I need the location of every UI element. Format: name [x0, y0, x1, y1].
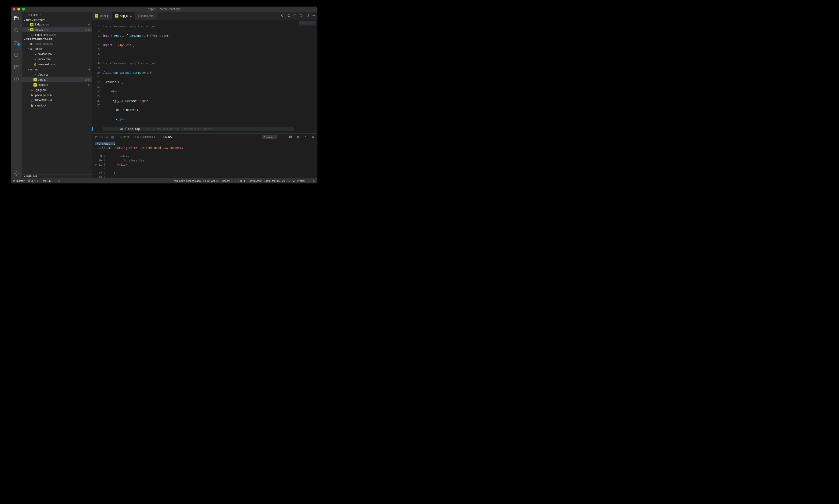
prettier-status[interactable]: Prettier [297, 179, 305, 182]
notifications-icon[interactable] [313, 179, 316, 182]
panel-tabs: PROBLEMS 3 OUTPUT DEBUG CONSOLE TERMINAL… [92, 133, 318, 141]
js-icon: JS [34, 83, 37, 87]
svg-rect-7 [15, 67, 16, 69]
file-manifest[interactable]: {} manifest.json [22, 62, 92, 67]
split-editor-icon[interactable] [305, 14, 309, 18]
git-icon: ◆ [30, 88, 34, 92]
json-icon: {} [33, 62, 37, 66]
extensions-icon[interactable] [11, 62, 22, 72]
feedback-icon[interactable] [308, 179, 310, 182]
file-yarn-lock[interactable]: 🔒 yarn.lock [22, 103, 92, 108]
file-gitignore[interactable]: ◆ .gitignore [22, 88, 92, 93]
open-editor-item[interactable]: ◈ index.html public [22, 32, 92, 37]
svg-point-13 [313, 15, 314, 16]
svg-rect-5 [15, 65, 16, 67]
file-index-js[interactable]: JS index.js M [22, 83, 92, 88]
terminal-select[interactable]: 1: node [263, 135, 277, 139]
editor-group: JS index.js JS App.js ● ◈ index.html [92, 12, 318, 178]
terminal-output[interactable]: ./src/App.js Line 11: Parsing error: Unt… [92, 141, 318, 178]
svg-point-1 [15, 41, 15, 42]
error-icon: ✕ [28, 179, 31, 182]
file-favicon[interactable]: ★ favicon.ico [22, 52, 92, 57]
folder-node-modules[interactable]: ▸ 🖿 node_modules [22, 41, 92, 46]
file-readme[interactable]: ⓘ README.md [22, 98, 92, 103]
tab-index-html[interactable]: ◈ index.html [135, 12, 157, 20]
open-editor-item[interactable]: JS index.js src M [22, 22, 92, 27]
lock-icon: 🔒 [30, 104, 34, 107]
problems-status[interactable]: ✕ 3 ⚠ 0 [28, 179, 38, 182]
bottom-panel: PROBLEMS 3 OUTPUT DEBUG CONSOLE TERMINAL… [92, 133, 318, 178]
chevron-down-icon: ▾ [24, 19, 25, 21]
gitlens-revision-icon[interactable] [293, 14, 297, 18]
file-app-css[interactable]: # App.css [22, 72, 92, 77]
indentation[interactable]: Spaces: 2 [221, 179, 232, 182]
js-icon: JS [30, 23, 34, 26]
chevron-down-icon: ▾ [27, 68, 30, 71]
close-window-button[interactable] [13, 8, 15, 11]
tab-app-js[interactable]: JS App.js ● [112, 12, 135, 20]
js-icon: JS [34, 78, 37, 82]
tab-dirty-close-icon[interactable]: ● [130, 14, 132, 18]
open-changes-icon[interactable] [299, 14, 303, 18]
svg-point-9 [16, 173, 17, 174]
open-editor-item[interactable]: ✕ JS App.js src 3, M [22, 27, 92, 32]
chevron-right-icon: ▸ [24, 175, 25, 178]
scm-badge: 6 [17, 43, 21, 46]
settings-gear-icon[interactable] [11, 169, 22, 178]
tab-output[interactable]: OUTPUT [119, 136, 129, 139]
svg-point-16 [13, 180, 14, 180]
new-terminal-icon[interactable] [281, 135, 285, 139]
tab-index-js[interactable]: JS index.js [92, 12, 112, 20]
encoding[interactable]: UTF-8 [235, 179, 242, 182]
split-terminal-icon[interactable] [289, 135, 292, 139]
search-icon[interactable] [11, 26, 22, 35]
debug-icon[interactable] [11, 50, 22, 59]
cursor-position[interactable]: Ln 10, Col 20 [203, 179, 218, 182]
svg-point-20 [171, 181, 171, 181]
kill-terminal-icon[interactable] [296, 135, 300, 139]
tab-problems[interactable]: PROBLEMS 3 [95, 136, 114, 139]
source-control-icon[interactable]: 6 [11, 38, 22, 47]
maximize-window-button[interactable] [22, 8, 25, 11]
file-app-js[interactable]: JS App.js 3, M [22, 77, 92, 83]
codelens[interactable]: You, a few seconds ago | 1 author (You) [103, 24, 294, 29]
activity-bar: 6 [11, 12, 22, 178]
svg-point-2 [15, 43, 15, 44]
file-index-html[interactable]: ◈ index.html [22, 57, 92, 62]
gitlens-icon[interactable] [11, 74, 22, 84]
explorer-icon[interactable] [11, 14, 22, 23]
file-package-json[interactable]: ⬢ package.json [22, 93, 92, 98]
gitlens-toggle-icon[interactable] [287, 14, 291, 18]
titlebar[interactable]: App.js — create-react-app [11, 6, 318, 12]
minimap[interactable] [294, 20, 318, 133]
code-content[interactable]: You, a few seconds ago | 1 author (You) … [103, 20, 294, 133]
code-editor[interactable]: 123 4567891011121314151617 You, a few se… [92, 20, 318, 133]
star-icon: ★ [33, 52, 37, 56]
close-panel-icon[interactable] [311, 135, 315, 139]
info-icon: ⓘ [30, 98, 34, 102]
eol[interactable]: LF [244, 179, 247, 182]
editor-tabs: JS index.js JS App.js ● ◈ index.html [92, 12, 318, 20]
project-header[interactable]: ▾ CREATE-REACT-APP [22, 37, 92, 41]
language-mode[interactable]: JavaScript [250, 179, 262, 182]
explorer-sidebar: EXPLORER ▾ OPEN EDITORS JS index.js src … [22, 12, 92, 178]
html-icon: ◈ [138, 14, 140, 18]
gitlens-compare-icon[interactable] [281, 14, 285, 18]
git-branch[interactable]: master* [13, 179, 25, 182]
open-editors-header[interactable]: ▾ OPEN EDITORS [22, 18, 92, 22]
minimize-window-button[interactable] [17, 8, 20, 11]
codelens[interactable]: You, a few seconds ago | 1 author (You) [103, 61, 294, 66]
blame-status[interactable]: You, a few seconds ago [170, 179, 201, 182]
folder-src[interactable]: ▾ 🖿 src [22, 67, 92, 72]
folder-public[interactable]: ▾ 🖿 public [22, 46, 92, 52]
dirty-close-icon[interactable]: ✕ [27, 28, 30, 31]
clock-icon[interactable] [57, 179, 60, 182]
tab-terminal[interactable]: TERMINAL [160, 136, 173, 139]
folder-icon: 🖿 [30, 42, 33, 46]
maximize-panel-icon[interactable] [304, 135, 307, 139]
outline-header[interactable]: ▸ OUTLINE [22, 174, 92, 178]
warning-icon: ⚠ [34, 179, 36, 182]
tab-debug-console[interactable]: DEBUG CONSOLE [133, 136, 156, 139]
datetime: Sat 09 Mar 05 : 21 : 45 PM [264, 179, 294, 182]
more-actions-icon[interactable] [311, 14, 315, 18]
